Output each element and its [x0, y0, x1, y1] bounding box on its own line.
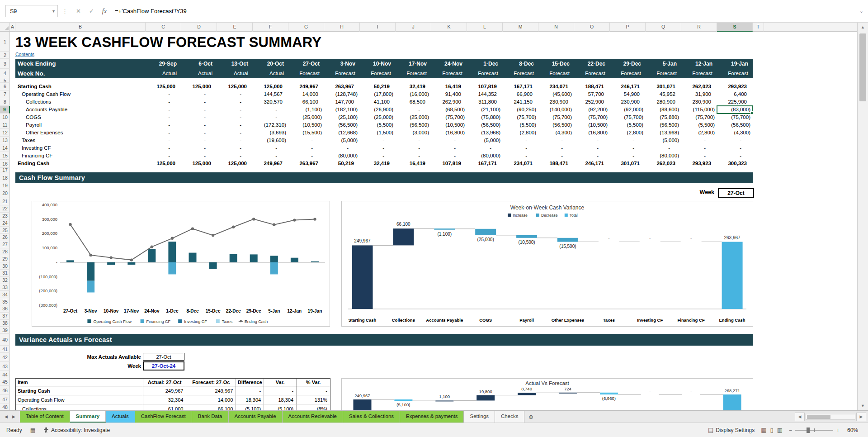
cell[interactable]: 311,800 — [467, 98, 503, 106]
tabs-scroll-right-icon[interactable]: ▶ — [12, 414, 15, 419]
cell[interactable]: - — [681, 152, 717, 160]
cell[interactable]: (75,700) — [503, 114, 538, 121]
sheet-tab-checks[interactable]: Checks — [495, 411, 524, 423]
row-header-6[interactable]: 6 — [0, 83, 10, 90]
row-header-27[interactable]: 27 — [0, 241, 10, 248]
cell[interactable]: (56,500) — [324, 121, 360, 129]
cell[interactable]: - — [503, 152, 538, 160]
cancel-icon[interactable]: ✕ — [72, 8, 85, 14]
cell[interactable]: - — [146, 129, 181, 137]
cell[interactable]: (56,500) — [467, 121, 503, 129]
cell[interactable]: 167,171 — [503, 83, 538, 90]
variance-cell[interactable]: 14,000 — [186, 395, 236, 404]
cell[interactable]: (80,000) — [467, 152, 503, 160]
cell[interactable]: 125,000 — [181, 83, 217, 90]
row-label[interactable]: Starting Cash — [15, 83, 146, 90]
formula-bar-expand-icon[interactable]: ⌄ — [855, 8, 868, 14]
week-type-cell[interactable]: Forecast — [467, 69, 503, 78]
row-header-34[interactable]: 34 — [0, 291, 10, 298]
cell[interactable]: 167,171 — [467, 160, 503, 167]
week-type-cell[interactable]: Forecast — [396, 69, 431, 78]
cell[interactable]: - — [181, 114, 217, 121]
cell[interactable]: 66,100 — [288, 98, 324, 106]
cell[interactable]: 262,023 — [681, 83, 717, 90]
variance-cell[interactable]: - — [264, 386, 297, 395]
week-header-cell[interactable]: 22-Dec — [574, 59, 610, 69]
cell[interactable]: 107,819 — [431, 160, 467, 167]
row-header-41[interactable]: 41 — [0, 346, 10, 353]
insert-function-icon[interactable]: fx — [98, 8, 111, 15]
new-sheet-icon[interactable]: ⊕ — [524, 411, 537, 423]
row-header-12[interactable]: 12 — [0, 129, 10, 137]
cell[interactable]: (5,500) — [681, 121, 717, 129]
cell[interactable]: - — [396, 144, 431, 152]
row-label[interactable]: Other Expenses — [15, 129, 146, 137]
cell[interactable]: 293,923 — [717, 83, 753, 90]
horizontal-scrollbar-thumb[interactable] — [807, 415, 830, 419]
cell[interactable]: - — [574, 137, 610, 144]
cell[interactable]: (172,310) — [253, 121, 288, 129]
row-header-36[interactable]: 36 — [0, 305, 10, 313]
row-header-25[interactable]: 25 — [0, 227, 10, 234]
cell[interactable]: 16,419 — [431, 83, 467, 90]
sheet-tab-cashflow-forecast[interactable]: CashFlow Forecast — [135, 411, 192, 423]
column-header-Q[interactable]: Q — [646, 23, 681, 32]
cell[interactable]: (12,668) — [324, 129, 360, 137]
cell[interactable]: - — [360, 152, 396, 160]
cell[interactable]: 230,900 — [538, 98, 574, 106]
row-header-9[interactable]: 9 — [0, 106, 10, 114]
cell[interactable]: (75,700) — [610, 114, 646, 121]
week-type-cell[interactable]: Forecast — [324, 69, 360, 78]
cell[interactable]: (75,700) — [431, 114, 467, 121]
cell[interactable]: 32,419 — [396, 83, 431, 90]
row-header-46[interactable]: 46 — [0, 386, 10, 395]
cell[interactable]: - — [503, 137, 538, 144]
cell[interactable]: 249,967 — [253, 160, 288, 167]
row-header-47[interactable]: 47 — [0, 395, 10, 404]
row-header-7[interactable]: 7 — [0, 90, 10, 98]
cell[interactable]: - — [288, 144, 324, 152]
vertical-scrollbar-thumb[interactable] — [859, 33, 866, 101]
cell[interactable]: - — [181, 129, 217, 137]
cell[interactable]: (56,500) — [396, 121, 431, 129]
cell[interactable]: - — [538, 152, 574, 160]
macro-record-icon[interactable]: ▦ — [30, 427, 35, 433]
cell[interactable]: 300,323 — [717, 160, 753, 167]
cell[interactable]: 14,000 — [288, 90, 324, 98]
row-header-20[interactable]: 20 — [0, 188, 10, 198]
week-header-cell[interactable]: 24-Nov — [431, 59, 467, 69]
week-header-cell[interactable]: 10-Nov — [360, 59, 396, 69]
cell[interactable]: (25,180) — [324, 114, 360, 121]
row-header-31[interactable]: 31 — [0, 270, 10, 277]
cell[interactable]: (4,300) — [717, 129, 753, 137]
cell[interactable]: (3,000) — [396, 129, 431, 137]
cell[interactable]: - — [646, 144, 681, 152]
cell[interactable]: - — [146, 152, 181, 160]
cell[interactable]: - — [181, 144, 217, 152]
week-selector-value[interactable]: 27-Oct — [718, 188, 754, 198]
cell[interactable]: (80,000) — [324, 152, 360, 160]
row-header-16[interactable]: 16 — [0, 160, 10, 168]
cell[interactable]: (2,800) — [681, 129, 717, 137]
cell[interactable]: 263,967 — [324, 83, 360, 90]
cell[interactable]: - — [574, 152, 610, 160]
variance-cell[interactable]: 249,967 — [143, 386, 187, 395]
row-label[interactable]: Ending Cash — [15, 160, 146, 167]
cell[interactable]: (25,000) — [396, 114, 431, 121]
cell[interactable]: (5,500) — [360, 121, 396, 129]
row-header-10[interactable]: 10 — [0, 114, 10, 121]
column-header-I[interactable]: I — [360, 23, 396, 32]
cell[interactable]: - — [217, 152, 253, 160]
week-type-cell[interactable]: Forecast — [288, 69, 324, 78]
scroll-down-icon[interactable]: ▼ — [858, 401, 868, 410]
cell[interactable]: (16,800) — [431, 129, 467, 137]
contents-link[interactable]: Contents — [15, 52, 34, 57]
cell[interactable]: 41,100 — [360, 98, 396, 106]
cell[interactable]: - — [217, 137, 253, 144]
cell[interactable]: 263,967 — [288, 160, 324, 167]
column-header-P[interactable]: P — [610, 23, 646, 32]
row-header-32[interactable]: 32 — [0, 277, 10, 284]
cell[interactable]: - — [146, 98, 181, 106]
row-header-35[interactable]: 35 — [0, 298, 10, 305]
cell[interactable]: 16,419 — [396, 160, 431, 167]
